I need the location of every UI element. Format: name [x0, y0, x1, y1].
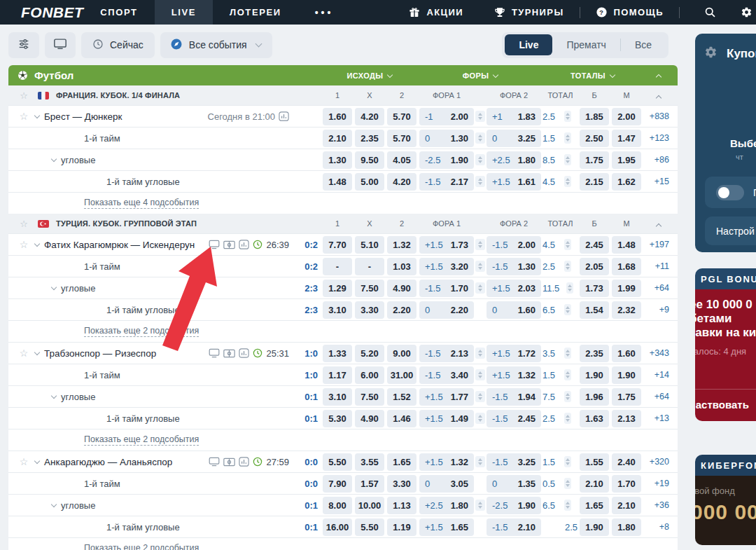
settings-button[interactable] [729, 6, 756, 18]
pgl-participate-button[interactable]: частвовать [695, 390, 756, 421]
odd-1-cell[interactable]: 1.17 [323, 366, 352, 384]
odd-x-cell[interactable]: 6.00 [355, 366, 384, 384]
total-under-cell[interactable]: 1.47 [612, 130, 641, 147]
odd-2-cell[interactable]: 4.20 [387, 173, 416, 191]
odd-2-cell[interactable]: 1.46 [387, 410, 416, 427]
handicap-1-cell[interactable]: -1.53.40 [419, 366, 474, 384]
sub-market-label[interactable]: 1-й тайм [84, 479, 120, 489]
handicap-1-cell[interactable]: -1.51.70 [419, 280, 474, 297]
total-line-cell[interactable]: 2.5 [542, 413, 578, 424]
sorter-arrows-icon[interactable] [564, 391, 571, 402]
odd-2-cell[interactable]: 5.70 [387, 130, 416, 147]
odd-2-cell[interactable]: 5.70 [387, 108, 416, 125]
odd-1-cell[interactable]: 16.00 [323, 518, 352, 536]
sorter-arrows-icon[interactable] [564, 348, 571, 359]
total-line-cell[interactable]: 4.5 [542, 176, 578, 187]
sorter-arrows-icon[interactable] [564, 500, 571, 511]
total-line-cell[interactable]: 6.5 [542, 304, 578, 315]
sorter-arrows-icon[interactable] [564, 154, 571, 165]
match-name[interactable]: Фатих Карагюмрюк — Искендерун [44, 240, 195, 250]
sub-market-label[interactable]: 1-й тайм угловые [106, 522, 180, 532]
odd-2-cell[interactable]: 1.13 [387, 497, 416, 514]
total-line-cell[interactable]: 1.5 [542, 369, 578, 380]
sorter-arrows-icon[interactable] [564, 176, 571, 187]
odd-1-cell[interactable]: 1.60 [323, 108, 352, 125]
gear-icon[interactable] [704, 46, 718, 62]
show-more-link[interactable]: Показать еще 2 подсобытия [84, 326, 199, 337]
favorite-star-icon[interactable]: ☆ [17, 111, 31, 122]
segment-live[interactable]: Live [505, 34, 552, 55]
sub-market-label[interactable]: 1-й тайм [84, 370, 120, 380]
handicap-2-cell[interactable]: -1.51.30 [486, 258, 541, 275]
total-over-cell[interactable]: 2.35 [580, 345, 609, 362]
filters-button[interactable] [8, 32, 39, 58]
odd-1-cell[interactable]: 8.00 [323, 497, 352, 514]
handicap-2-cell[interactable]: -1.52.00 [486, 236, 541, 254]
odd-1-cell[interactable]: 1.48 [323, 173, 352, 191]
odd-x-cell[interactable]: 5.20 [355, 345, 384, 362]
sorter-arrows-icon[interactable] [475, 391, 485, 402]
total-over-cell[interactable]: 2.10 [580, 475, 609, 493]
pgl-bonus-banner[interactable]: PGL BONUS ее 10 000 0 бетами тавки на ки… [695, 268, 756, 421]
nav-link-help[interactable]: ? ПОМОЩЬ [580, 6, 679, 18]
sub-market-label[interactable]: 1-й тайм [84, 261, 120, 272]
group-totals[interactable]: ТОТАЛЫ [542, 71, 643, 80]
show-more-link[interactable]: Показать еще 4 подсобытия [84, 198, 199, 209]
sub-market-label[interactable]: угловые [61, 155, 95, 165]
sub-market-label[interactable]: угловые [61, 283, 95, 294]
total-under-cell[interactable]: 1.60 [612, 345, 641, 362]
sorter-arrows-icon[interactable] [564, 239, 571, 250]
total-under-cell[interactable]: 1.95 [612, 151, 641, 169]
favorite-star-icon[interactable]: ☆ [17, 90, 31, 101]
segment-prematch[interactable]: Прематч [552, 34, 620, 55]
odd-x-cell[interactable]: 5.50 [355, 518, 384, 536]
odd-x-cell[interactable]: 1.57 [355, 475, 384, 493]
handicap-1-cell[interactable]: -1.52.17 [419, 173, 474, 191]
match-name[interactable]: Брест — Дюнкерк [44, 111, 122, 122]
handicap-2-cell[interactable]: 01.60 [486, 301, 541, 319]
handicap-1-cell[interactable]: 02.20 [419, 301, 474, 319]
more-markets-count[interactable]: +86 [643, 155, 675, 165]
nav-link-tournaments[interactable]: ТУРНИРЫ [479, 7, 580, 18]
group-outcomes[interactable]: ИСХОДЫ [321, 71, 418, 80]
total-under-cell[interactable]: 2.13 [612, 410, 641, 427]
odd-2-cell[interactable]: 2.20 [387, 301, 416, 319]
more-markets-count[interactable]: +9 [643, 305, 675, 315]
total-under-cell[interactable]: 1.75 [612, 388, 641, 406]
odd-1-cell[interactable]: 3.10 [323, 388, 352, 406]
handicap-1-cell[interactable]: -1.52.13 [419, 345, 474, 362]
handicap-1-cell[interactable]: 03.05 [419, 475, 474, 493]
handicap-2-cell[interactable]: -2.51.90 [486, 497, 541, 514]
odd-x-cell[interactable]: 10.00 [355, 497, 384, 514]
league-name[interactable]: ТУРЦИЯ. КУБОК. ГРУППОВОЙ ЭТАП [56, 219, 197, 228]
odd-1-cell[interactable]: 2.10 [323, 130, 352, 147]
odd-1-cell[interactable]: 5.30 [323, 410, 352, 427]
sub-market-label[interactable]: угловые [61, 392, 95, 402]
odd-x-cell[interactable]: 7.50 [355, 280, 384, 297]
sorter-arrows-icon[interactable] [566, 282, 573, 294]
more-markets-count[interactable]: +8 [643, 522, 675, 532]
expand-chevron-icon[interactable] [34, 113, 40, 118]
total-over-cell[interactable]: 1.63 [580, 410, 609, 427]
total-line-cell[interactable]: 2.5 [542, 111, 578, 122]
show-more-link[interactable]: Показать еще 2 подсобытия [84, 434, 199, 446]
sorter-arrows-icon[interactable] [475, 176, 485, 187]
total-under-cell[interactable]: 1.90 [612, 366, 641, 384]
total-under-cell[interactable]: 1.70 [612, 475, 641, 493]
total-line-cell[interactable]: 1.5 [542, 456, 578, 467]
more-markets-count[interactable]: +11 [643, 261, 675, 271]
odd-x-cell[interactable]: 3.30 [355, 301, 384, 319]
sorter-arrows-icon[interactable] [475, 413, 485, 424]
more-markets-count[interactable]: +14 [643, 370, 675, 380]
odd-1-cell[interactable]: 1.29 [323, 280, 352, 297]
total-line-cell[interactable]: 4.5 [542, 239, 578, 250]
odd-x-cell[interactable]: 5.00 [355, 173, 384, 191]
sport-title[interactable]: Футбол [8, 69, 296, 81]
more-markets-count[interactable]: +197 [643, 240, 675, 249]
handicap-2-cell[interactable]: -1.51.94 [486, 388, 541, 406]
odd-x-cell[interactable]: 9.50 [355, 151, 384, 169]
odd-2-cell[interactable]: 1.32 [387, 236, 416, 254]
odd-2-cell[interactable]: 1.52 [387, 388, 416, 406]
total-under-cell[interactable]: 1.80 [612, 518, 641, 536]
expand-chevron-icon[interactable] [51, 393, 57, 399]
